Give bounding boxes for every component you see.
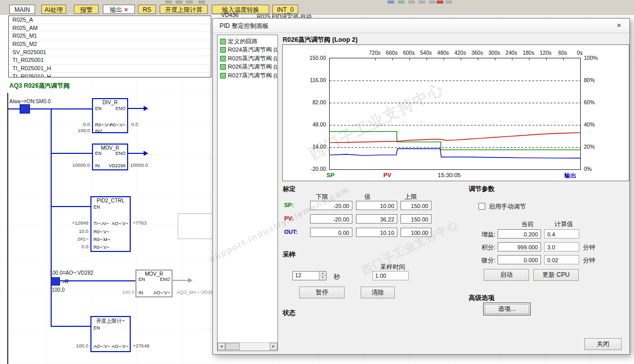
- cal-field[interactable]: 10.00: [356, 201, 397, 210]
- div-r-block[interactable]: DIV_R EN ENO R0~:V~ R0~:V~ IN2: [92, 98, 128, 133]
- cal-field[interactable]: 100.00: [400, 228, 431, 237]
- scroll-left-icon[interactable]: ◄: [218, 343, 225, 350]
- toolbar-icon[interactable]: [408, 1, 415, 4]
- status-heading: 状态: [283, 309, 296, 318]
- tuning-current-field[interactable]: 999.000: [498, 242, 541, 251]
- tuning-calc-field[interactable]: 3.0: [544, 242, 579, 251]
- tuning-current-field[interactable]: 0.200: [498, 229, 541, 239]
- start-button[interactable]: 启动: [484, 269, 529, 281]
- symbol-list-item[interactable]: R025_M1: [9, 32, 211, 40]
- toolbar-icon[interactable]: [398, 1, 405, 4]
- loop-icon: [220, 73, 226, 78]
- y-right-tick-label: 100%: [584, 55, 598, 61]
- y-left-tick-label: 48.00: [295, 121, 326, 128]
- toolbar-icon[interactable]: [388, 1, 394, 4]
- tuning-current-field[interactable]: 0.000: [498, 255, 541, 264]
- tuning-calc-field[interactable]: 0.4: [544, 229, 579, 239]
- legend-out: 输出: [564, 172, 576, 180]
- cal-field[interactable]: -20.00: [310, 201, 352, 210]
- y-right-tick-label: 0%: [584, 166, 592, 172]
- tab-close-icon[interactable]: ×: [124, 6, 128, 13]
- cal-row-label: PV:: [284, 215, 293, 221]
- compare-label: 100.0=AO~:VD282: [50, 270, 94, 276]
- toolbar-icon[interactable]: [445, 1, 452, 4]
- clear-button[interactable]: 清除: [361, 287, 395, 298]
- symbol-list-item[interactable]: R025_AM: [9, 24, 211, 33]
- scroll-right-icon[interactable]: ►: [270, 343, 277, 350]
- monitor-value: +7763: [133, 220, 147, 226]
- tab-5[interactable]: RS: [138, 5, 156, 14]
- mov-r-block[interactable]: MOV_R EN ENO IN VD2296: [92, 144, 128, 170]
- arrow-right-icon: [144, 151, 148, 156]
- manual-tune-label: 启用手动调节: [489, 202, 526, 211]
- col-header-low: 下限: [316, 193, 328, 201]
- pin-eno: ENO: [160, 277, 170, 282]
- monitor-value: 0.0: [67, 121, 90, 127]
- cal-field[interactable]: 150.00: [400, 214, 431, 224]
- symbol-list-item[interactable]: SV_R025001: [9, 49, 211, 57]
- tree-item[interactable]: R024蒸汽调节阀 (L: [218, 46, 277, 55]
- power-rail: [7, 93, 8, 364]
- tab-3[interactable]: 报警: [74, 5, 99, 14]
- manual-tune-checkbox[interactable]: [478, 203, 485, 210]
- pid2-ctrl-block[interactable]: PID2_CTRL EN TI~:AI~ AO~:V~ R0~:V~ R0~:M…: [90, 196, 131, 252]
- stop-icon[interactable]: [437, 1, 443, 4]
- options-button[interactable]: 选项...: [483, 303, 531, 315]
- tuning-row-label: 积分:: [469, 243, 496, 252]
- tree-hscrollbar[interactable]: ◄ ►: [218, 342, 277, 351]
- toolbar-icon[interactable]: [186, 1, 193, 4]
- scroll-thumb[interactable]: [225, 343, 240, 350]
- y-right-tick-label: 80%: [584, 77, 595, 83]
- sample-time-field[interactable]: 1.00: [373, 271, 409, 280]
- toolbar-icon[interactable]: [198, 1, 205, 4]
- pin-en: EN: [95, 151, 102, 156]
- pin-in2: IN2: [95, 129, 102, 134]
- tuning-calc-field[interactable]: 0.02: [544, 255, 579, 264]
- pause-button[interactable]: 暂停: [299, 287, 345, 298]
- symbol-list-item[interactable]: TI_R025001: [9, 56, 211, 65]
- symbol-list-item[interactable]: TI_R025010_H: [9, 73, 211, 77]
- spin-down-icon[interactable]: ▼: [319, 276, 326, 280]
- update-cpu-button[interactable]: 更新 CPU: [533, 269, 579, 281]
- rate-spinbox[interactable]: 12 ▲ ▼: [292, 271, 327, 280]
- cal-field[interactable]: -20.00: [310, 214, 352, 224]
- tab-label: 开度上限计算: [165, 6, 203, 13]
- tab-4[interactable]: 输出×: [103, 5, 135, 14]
- monitor-value: 0.0: [63, 244, 88, 249]
- selection-box[interactable]: [178, 213, 213, 239]
- tree-item[interactable]: R027蒸汽调节阀 (L: [218, 71, 277, 80]
- pin-out: AO~:V~: [112, 344, 128, 349]
- mov-r-block-2[interactable]: MOV_R EN ENO IN AO~:V~: [135, 270, 173, 297]
- dialog-close-icon[interactable]: ×: [614, 20, 624, 30]
- limit-calc-block[interactable]: 开度上限计~ EN AO~:V~ AO~:V~: [90, 316, 131, 352]
- contact-always-on[interactable]: [20, 104, 30, 114]
- close-button[interactable]: 关闭: [584, 338, 622, 350]
- cal-field[interactable]: 0.00: [310, 228, 352, 237]
- dialog-titlebar[interactable]: PID 整定控制面板 ×: [213, 19, 629, 33]
- tree-item[interactable]: R025蒸汽调节阀 (L: [218, 54, 277, 63]
- wire: [52, 153, 92, 154]
- tab-1[interactable]: MAIN: [9, 5, 35, 14]
- toolbar-icon[interactable]: [176, 1, 182, 4]
- symbol-list-item[interactable]: R025_M2: [9, 40, 211, 49]
- tree-item[interactable]: R026蒸汽调节阀 (L: [218, 63, 277, 72]
- tree-root[interactable]: 定义的回路: [218, 37, 277, 46]
- monitor-value: 0.0: [131, 121, 138, 127]
- symbol-list-item[interactable]: R025_A: [9, 16, 211, 24]
- spin-up-icon[interactable]: ▲: [319, 272, 326, 276]
- monitor-value: 100.0: [65, 128, 90, 133]
- tab-2[interactable]: AI处理: [41, 5, 66, 14]
- toolbar-icon[interactable]: [429, 1, 436, 4]
- pin-in: IN: [95, 163, 100, 168]
- cal-field[interactable]: 10.10: [356, 228, 397, 237]
- toolbar-icon[interactable]: [165, 1, 172, 4]
- pin-eno: ENO: [115, 151, 126, 156]
- cal-field[interactable]: 36.22: [356, 214, 397, 224]
- compare-contact[interactable]: [51, 277, 60, 286]
- symbol-list-item[interactable]: TI_R025001_H: [9, 65, 211, 73]
- tab-6[interactable]: 开度上限计算: [160, 5, 208, 14]
- cal-field[interactable]: 150.00: [400, 201, 431, 210]
- tab-bar: MAINAI处理报警输出×RS开度上限计算输入温度转换INT_0: [0, 4, 634, 15]
- tuning-unit-label: 分钟: [583, 256, 595, 265]
- toolbar-icon[interactable]: [419, 1, 425, 4]
